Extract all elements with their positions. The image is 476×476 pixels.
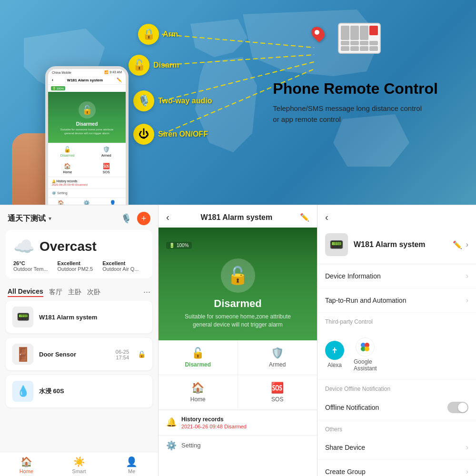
nav-home-label: Home bbox=[20, 468, 33, 474]
panel-home: 通天下测试 ▾ 🎙️ + ☁️ Overcast 26°C Outdoor Te… bbox=[0, 205, 159, 476]
nav-smart-label: Smart bbox=[72, 468, 86, 474]
tab-master-bedroom[interactable]: 主卧 bbox=[68, 288, 81, 297]
nav-me[interactable]: 👤 Me bbox=[105, 456, 158, 474]
control-home[interactable]: 🏠 Home bbox=[159, 375, 238, 410]
others-title: Others bbox=[317, 420, 476, 436]
phone-setting: ⚙️ Setting bbox=[48, 188, 126, 198]
settings-more-icon[interactable]: › bbox=[466, 240, 468, 249]
device-water-info: 水浸 60S bbox=[39, 387, 146, 396]
chevron-down-icon[interactable]: ▾ bbox=[49, 215, 51, 222]
google-assistant-icon bbox=[356, 337, 375, 357]
tab-all-devices[interactable]: All Devices bbox=[8, 288, 43, 297]
device-door-icon: 🚪 bbox=[12, 344, 33, 365]
settings-item-device-info[interactable]: Device Information › bbox=[317, 264, 476, 288]
tab-living-room[interactable]: 客厅 bbox=[49, 288, 62, 297]
device-info-label: Device Information bbox=[325, 272, 381, 280]
offline-section: Device Offline Notification Offline Noti… bbox=[317, 380, 476, 420]
temp-stat: 26°C Outdoor Tem... bbox=[13, 260, 48, 272]
offline-title: Device Offline Notification bbox=[317, 380, 476, 395]
device-alarm-name: W181 Alarm system bbox=[39, 314, 146, 321]
device-alarm-info: W181 Alarm system bbox=[39, 314, 146, 321]
control-armed[interactable]: 🛡️ Armed bbox=[238, 340, 317, 375]
add-device-button[interactable]: + bbox=[137, 212, 150, 225]
alarm-battery: 🔋 100% bbox=[166, 242, 192, 249]
disarmed-ctrl-icon: 🔓 bbox=[191, 347, 204, 359]
disarm-label: Disarm bbox=[153, 61, 179, 69]
edit-alarm-icon[interactable]: ✏️ bbox=[300, 213, 309, 222]
share-chevron: › bbox=[466, 443, 468, 452]
device-item-water[interactable]: 💧 水浸 60S bbox=[6, 375, 152, 407]
panel-home-header: 通天下测试 ▾ 🎙️ + bbox=[0, 205, 158, 230]
control-sos[interactable]: 🆘 SOS bbox=[238, 375, 317, 410]
sos-ctrl-label: SOS bbox=[271, 396, 283, 403]
disarm-feature: 🔓 Disarm bbox=[129, 55, 179, 76]
offline-toggle-row: Offline Notification bbox=[317, 395, 476, 420]
alarm-status: Disarmed bbox=[166, 298, 309, 310]
settings-back-button[interactable]: ‹ bbox=[325, 212, 328, 223]
alarm-screen: 🔋 100% 🔓 Disarmed Suitable for someone h… bbox=[159, 228, 317, 340]
device-item-door[interactable]: 🚪 Door Sensor 06-25 17:54 🔒 bbox=[6, 338, 152, 370]
settings-device-name: W181 Alarm system bbox=[354, 240, 453, 249]
alexa-item[interactable]: Alexa bbox=[325, 341, 344, 368]
home-ctrl-icon: 🏠 bbox=[191, 382, 204, 394]
settings-device-icon: 📟 bbox=[325, 233, 348, 256]
settings-header: ‹ bbox=[317, 205, 476, 228]
google-assistant-item[interactable]: GoogleAssistant bbox=[354, 337, 377, 372]
automation-chevron: › bbox=[466, 296, 468, 305]
settings-item-automation[interactable]: Tap-to-Run and Automation › bbox=[317, 288, 476, 313]
svg-point-8 bbox=[365, 347, 369, 351]
phone-mockup: China Mobile 📶 9:43 AM ‹ W181 Alarm syst… bbox=[26, 57, 109, 205]
me-nav-icon: 👤 bbox=[126, 456, 138, 467]
arm-feature: 🔒 Arm bbox=[138, 24, 178, 45]
alarm-title: W181 Alarm system bbox=[201, 213, 273, 222]
back-button[interactable]: ‹ bbox=[166, 212, 169, 223]
panel-alarm: ‹ W181 Alarm system ✏️ 🔋 100% 🔓 Disarmed… bbox=[159, 205, 317, 476]
weather-section: ☁️ Overcast 26°C Outdoor Tem... Excellen… bbox=[6, 230, 152, 278]
location-name: 通天下测试 bbox=[8, 214, 46, 224]
others-section: Others Share Device › Create Group › bbox=[317, 420, 476, 476]
alarm-setting[interactable]: ⚙️ Setting bbox=[159, 435, 317, 456]
settings-item-share[interactable]: Share Device › bbox=[317, 436, 476, 460]
more-tabs-icon[interactable]: ··· bbox=[143, 287, 150, 297]
phone-tabs: 🔓 Disarmed 🛡️ Armed 🏠 Home 🆘 SOS bbox=[48, 143, 126, 177]
weather-icon: ☁️ bbox=[13, 237, 35, 257]
create-group-label: Create Group bbox=[325, 468, 366, 476]
device-item-alarm[interactable]: 📟 W181 Alarm system bbox=[6, 301, 152, 333]
device-tabs: All Devices 客厅 主卧 次卧 ··· bbox=[0, 283, 158, 301]
device-alarm-icon: 📟 bbox=[12, 307, 33, 327]
sos-ctrl-icon: 🆘 bbox=[271, 382, 284, 394]
settings-item-group[interactable]: Create Group › bbox=[317, 460, 476, 476]
third-party-section: Alexa GoogleAssistant bbox=[317, 328, 476, 380]
device-door-info: Door Sensor bbox=[39, 351, 110, 358]
history-date: 2021-06-26 09:48 Disarmed bbox=[181, 424, 247, 429]
panel-settings: ‹ 📟 W181 Alarm system ✏️ › Device Inform… bbox=[317, 205, 476, 476]
bell-icon: 🔔 bbox=[166, 417, 177, 427]
alarm-history: 🔔 History records 2021-06-26 09:48 Disar… bbox=[159, 410, 317, 435]
smart-nav-icon: ☀️ bbox=[73, 456, 85, 467]
hero-section: 🔒 Arm 🔓 Disarm 🎙️ Two-way audio ⏻ Siren … bbox=[0, 0, 476, 205]
alarm-controls: 🔓 Disarmed 🛡️ Armed 🏠 Home 🆘 SOS bbox=[159, 340, 317, 410]
panels-container: 通天下测试 ▾ 🎙️ + ☁️ Overcast 26°C Outdoor Te… bbox=[0, 205, 476, 476]
alarm-description: Suitable for someone home,zone attribute… bbox=[166, 313, 309, 329]
siren-icon: ⏻ bbox=[133, 124, 154, 145]
nav-smart[interactable]: ☀️ Smart bbox=[53, 456, 106, 474]
settings-edit-icon[interactable]: ✏️ bbox=[453, 240, 462, 249]
microphone-icon[interactable]: 🎙️ bbox=[121, 213, 131, 224]
setting-label: Setting bbox=[181, 442, 200, 449]
armed-ctrl-icon: 🛡️ bbox=[271, 347, 284, 359]
google-assistant-label: GoogleAssistant bbox=[354, 358, 377, 372]
share-device-label: Share Device bbox=[325, 444, 365, 451]
nav-home[interactable]: 🏠 Home bbox=[0, 456, 53, 474]
tab-second-bedroom[interactable]: 次卧 bbox=[87, 288, 100, 297]
nav-me-label: Me bbox=[128, 468, 135, 474]
settings-device-row: 📟 W181 Alarm system ✏️ › bbox=[317, 228, 476, 264]
control-disarmed[interactable]: 🔓 Disarmed bbox=[159, 340, 238, 375]
home-ctrl-label: Home bbox=[190, 396, 206, 403]
device-info-chevron: › bbox=[466, 272, 468, 280]
weather-condition: Overcast bbox=[40, 239, 97, 254]
phone-bottom-nav: 🏠 Home ⚙️ Smart 👤 Me bbox=[48, 198, 126, 205]
door-lock-icon: 🔒 bbox=[138, 350, 146, 358]
offline-toggle[interactable] bbox=[447, 402, 468, 413]
disarm-icon: 🔓 bbox=[129, 55, 149, 76]
history-label: History records bbox=[181, 416, 247, 423]
